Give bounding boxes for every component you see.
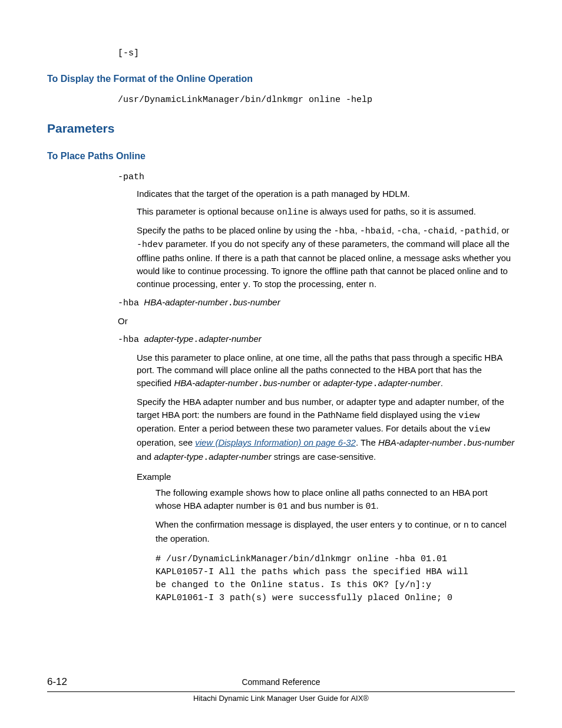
text: and bus number is bbox=[288, 500, 366, 510]
link-view-operation[interactable]: view (Displays Information) on page 6-32 bbox=[195, 437, 356, 447]
code-chaid: -chaid bbox=[422, 226, 454, 236]
code-y: y bbox=[397, 521, 402, 531]
or-text: Or bbox=[118, 315, 515, 328]
text: Specify the HBA adapter number and bus n… bbox=[137, 397, 504, 420]
param-path-name: -path bbox=[118, 171, 515, 184]
page-footer: 6-12 Command Reference Hitachi Dynamic L… bbox=[47, 676, 515, 704]
example-code-block: # /usr/DynamicLinkManager/bin/dlnkmgr on… bbox=[156, 553, 515, 604]
text: . bbox=[376, 500, 379, 510]
text: , or bbox=[497, 225, 510, 235]
heading-display-format: To Display the Format of the Online Oper… bbox=[47, 72, 515, 85]
code-n: n bbox=[369, 280, 374, 290]
page-number: 6-12 bbox=[47, 675, 67, 690]
text: When the confirmation message is display… bbox=[156, 519, 397, 529]
code-hdev: -hdev bbox=[137, 240, 163, 250]
text: strings are case-sensitive. bbox=[272, 452, 376, 462]
code-cha: -cha bbox=[396, 226, 418, 236]
footer-subtitle: Hitachi Dynamic Link Manager User Guide … bbox=[47, 693, 515, 704]
code-pathid: -pathid bbox=[459, 226, 497, 236]
code-option: [-s] bbox=[118, 47, 515, 60]
italic-adapter-number: adapter-number bbox=[378, 378, 440, 388]
code-line: KAPL01061-I 3 path(s) were successfully … bbox=[156, 592, 515, 605]
text: and bbox=[137, 452, 154, 462]
italic-hba-adapter-number: HBA-adapter-number bbox=[144, 297, 227, 307]
italic-bus-number: bus-number bbox=[233, 297, 280, 307]
dot: . bbox=[193, 335, 199, 345]
code-y: y bbox=[243, 280, 248, 290]
italic-bus-number: bus-number bbox=[263, 378, 310, 388]
heading-parameters: Parameters bbox=[47, 120, 515, 137]
param-hba-syntax-1: -hba HBA-adapter-number.bus-number bbox=[118, 296, 515, 310]
dot: . bbox=[203, 453, 209, 463]
param-hba-syntax-2: -hba adapter-type.adapter-number bbox=[118, 332, 515, 347]
code-online: online bbox=[277, 207, 309, 218]
footer-title: Command Reference bbox=[47, 676, 515, 688]
text: operation. Enter a period between these … bbox=[137, 423, 469, 433]
italic-adapter-number: adapter-number bbox=[209, 452, 271, 462]
code-view: view bbox=[458, 411, 480, 421]
code-line: # /usr/DynamicLinkManager/bin/dlnkmgr on… bbox=[156, 553, 515, 566]
italic-adapter-type: adapter-type bbox=[144, 334, 193, 344]
dot: . bbox=[228, 298, 233, 308]
text: Specify the paths to be placed online by… bbox=[137, 225, 333, 235]
param-hba-desc-2: Specify the HBA adapter number and bus n… bbox=[137, 396, 515, 465]
dot: . bbox=[258, 379, 263, 389]
code-line: KAPL01057-I All the paths which pass the… bbox=[156, 566, 515, 579]
italic-hba-adapter-number: HBA-adapter-number bbox=[378, 437, 462, 447]
text: , bbox=[455, 225, 459, 235]
code-01: 01 bbox=[366, 502, 376, 512]
text: operation, see bbox=[137, 437, 195, 447]
dot: . bbox=[462, 439, 467, 449]
example-desc-1: The following example shows how to place… bbox=[156, 486, 515, 513]
text: , bbox=[392, 225, 396, 235]
param-path-desc-2: This parameter is optional because onlin… bbox=[137, 205, 515, 219]
text: to continue, or bbox=[402, 519, 463, 529]
text: . bbox=[441, 378, 443, 388]
code-hba-flag: -hba bbox=[118, 335, 139, 345]
italic-hba-adapter-number: HBA-adapter-number bbox=[174, 378, 257, 388]
italic-adapter-number: adapter-number bbox=[199, 334, 261, 344]
italic-bus-number: bus-number bbox=[467, 437, 514, 447]
param-hba-desc-1: Use this parameter to place online, at o… bbox=[137, 351, 515, 391]
code-hba-flag: -hba bbox=[118, 298, 139, 308]
text: . The bbox=[356, 437, 378, 447]
param-path-desc-3: Specify the paths to be placed online by… bbox=[137, 224, 515, 292]
italic-adapter-type: adapter-type bbox=[323, 378, 372, 388]
param-path-desc-1: Indicates that the target of the operati… bbox=[137, 187, 515, 200]
code-view: view bbox=[469, 424, 490, 434]
example-label: Example bbox=[137, 470, 515, 483]
text: This parameter is optional because bbox=[137, 206, 277, 216]
heading-place-paths-online: To Place Paths Online bbox=[47, 149, 515, 163]
italic-adapter-type: adapter-type bbox=[154, 452, 203, 462]
code-hbaid: -hbaid bbox=[360, 226, 392, 236]
code-01: 01 bbox=[277, 502, 288, 512]
text: . To stop the processing, enter bbox=[248, 279, 369, 289]
code-help-command: /usr/DynamicLinkManager/bin/dlnkmgr onli… bbox=[118, 94, 515, 107]
code-line: be changed to the Online status. Is this… bbox=[156, 579, 515, 592]
text: is always used for paths, so it is assum… bbox=[309, 206, 476, 216]
example-desc-2: When the confirmation message is display… bbox=[156, 518, 515, 545]
text: or bbox=[310, 378, 323, 388]
code-hba: -hba bbox=[333, 226, 355, 236]
text: . bbox=[374, 279, 376, 289]
code-n: n bbox=[464, 521, 469, 531]
text: , bbox=[355, 225, 359, 235]
